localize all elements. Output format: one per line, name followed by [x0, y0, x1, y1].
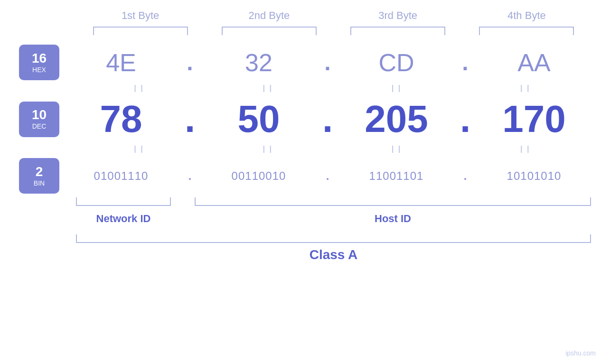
byte-headers: 1st Byte 2nd Byte 3rd Byte 4th Byte — [19, 9, 591, 22]
dec-b4-col: 170 — [477, 97, 591, 141]
eq2-b1: II — [93, 143, 188, 156]
hex-sep2: . — [316, 49, 339, 75]
bin-b3-col: 11001101 — [339, 169, 453, 183]
id-labels-row: Network ID Host ID — [19, 213, 591, 230]
bin-badge: 2 BIN — [19, 158, 59, 194]
hex-b3-col: CD — [339, 48, 453, 77]
bottom-brackets — [19, 197, 591, 211]
bin-b3: 11001101 — [369, 169, 424, 183]
hex-dot1: . — [183, 49, 197, 75]
dec-b2: 50 — [238, 97, 280, 141]
hex-b1-col: 4E — [64, 48, 178, 77]
bracket-top-1 — [93, 27, 188, 35]
bracket-top-4 — [479, 27, 574, 35]
hex-dot3: . — [458, 49, 472, 75]
bin-b1-col: 01001110 — [64, 169, 178, 183]
dec-sep2: . — [316, 97, 339, 141]
eq2-b4: II — [479, 143, 574, 156]
bin-base-number: 2 — [36, 165, 43, 178]
dec-b2-col: 50 — [202, 97, 316, 141]
bin-dot1: . — [183, 169, 197, 183]
dec-b3: 205 — [365, 97, 428, 141]
host-id-label: Host ID — [195, 213, 591, 225]
main-container: 1st Byte 2nd Byte 3rd Byte 4th Byte 16 H… — [0, 0, 610, 364]
hex-b4-col: AA — [477, 48, 591, 77]
bin-base-label: BIN — [34, 179, 45, 187]
hex-badge: 16 HEX — [19, 45, 59, 80]
network-id-label: Network ID — [76, 213, 171, 225]
eq1-b3: II — [350, 83, 445, 95]
dec-values: 78 . 50 . 205 . 170 — [64, 97, 591, 141]
bin-b2-col: 00110010 — [202, 169, 316, 183]
bin-b1: 01001110 — [94, 169, 149, 183]
dec-sep1: . — [178, 97, 202, 141]
bin-sep1: . — [178, 169, 202, 183]
dec-badge: 10 DEC — [19, 102, 59, 137]
hex-b2-col: 32 — [202, 48, 316, 77]
byte4-header: 4th Byte — [479, 9, 574, 22]
class-bracket-row — [19, 234, 591, 245]
equals-row-1: II II II II — [19, 83, 591, 95]
class-label: Class A — [19, 247, 591, 262]
bracket-host — [195, 197, 591, 206]
dec-dot1: . — [185, 97, 195, 141]
bin-sep3: . — [453, 169, 477, 183]
hex-values: 4E . 32 . CD . AA — [64, 48, 591, 77]
bin-sep2: . — [316, 169, 339, 183]
hex-sep1: . — [178, 49, 202, 75]
hex-base-number: 16 — [32, 52, 47, 65]
hex-dot2: . — [320, 49, 335, 75]
eq2-b3: II — [350, 143, 445, 156]
eq1-b4: II — [479, 83, 574, 95]
bin-b2: 00110010 — [232, 169, 286, 183]
dec-row: 10 DEC 78 . 50 . 205 . 170 — [19, 97, 591, 141]
watermark: ipshu.com — [565, 349, 596, 357]
dec-b1: 78 — [100, 97, 142, 141]
bin-values: 01001110 . 00110010 . 11001101 . 1010101… — [64, 169, 591, 183]
hex-sep3: . — [453, 49, 477, 75]
dec-dot2: . — [322, 97, 333, 141]
dec-b4: 170 — [502, 97, 565, 141]
bracket-top-2 — [222, 27, 317, 35]
byte2-header: 2nd Byte — [222, 9, 317, 22]
byte3-header: 3rd Byte — [350, 9, 445, 22]
bracket-class — [76, 234, 591, 243]
hex-base-label: HEX — [32, 66, 46, 74]
bracket-top-3 — [350, 27, 445, 35]
bin-dot2: . — [320, 169, 335, 183]
equals-row-2: II II II II — [19, 143, 591, 156]
dec-dot3: . — [460, 97, 470, 141]
bin-row: 2 BIN 01001110 . 00110010 . 11001101 . — [19, 158, 591, 194]
hex-b1: 4E — [106, 48, 136, 77]
dec-sep3: . — [453, 97, 477, 141]
bin-dot3: . — [458, 169, 472, 183]
bin-b4: 10101010 — [507, 169, 562, 183]
dec-base-number: 10 — [32, 108, 47, 121]
bracket-network — [76, 197, 171, 206]
hex-b2: 32 — [245, 48, 272, 77]
top-brackets — [19, 27, 591, 35]
dec-base-label: DEC — [32, 122, 47, 130]
dec-b3-col: 205 — [339, 97, 453, 141]
byte1-header: 1st Byte — [93, 9, 188, 22]
hex-b3: CD — [378, 48, 414, 77]
eq2-b2: II — [222, 143, 317, 156]
hex-row: 16 HEX 4E . 32 . CD . AA — [19, 45, 591, 80]
eq1-b2: II — [222, 83, 317, 95]
hex-b4: AA — [517, 48, 550, 77]
dec-b1-col: 78 — [64, 97, 178, 141]
bin-b4-col: 10101010 — [477, 169, 591, 183]
eq1-b1: II — [93, 83, 188, 95]
